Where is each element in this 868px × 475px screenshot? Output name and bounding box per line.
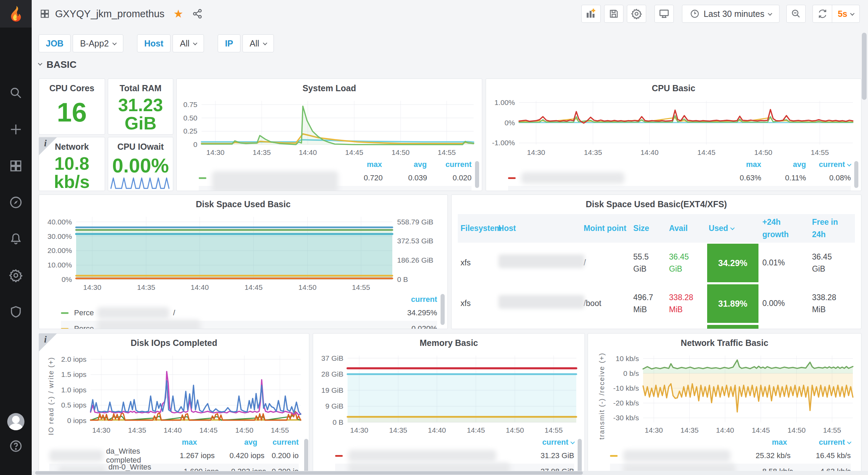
explore-compass-icon[interactable]: [9, 196, 23, 209]
dashboard-settings-gear-icon[interactable]: [627, 5, 646, 23]
legend-row[interactable]: Perce / 34.295%: [61, 305, 437, 321]
legend-sort-current[interactable]: current: [257, 438, 299, 447]
zoom-out-button[interactable]: [786, 5, 806, 23]
legend-sort-avg[interactable]: avg: [761, 160, 806, 169]
col-avail[interactable]: Avail: [666, 220, 706, 237]
create-plus-icon[interactable]: [9, 123, 23, 136]
panel-title: Disk Space Used Basic(EXT4/XFS): [452, 196, 861, 212]
legend-sort-max[interactable]: max: [723, 438, 787, 447]
refresh-button[interactable]: [813, 5, 832, 22]
col-growth[interactable]: +24h growth: [760, 214, 809, 243]
legend-scrollbar[interactable]: [854, 161, 858, 188]
panel-network-traffic[interactable]: Network Traffic Basic transmit (-) /rece…: [588, 333, 861, 475]
panel-system-load[interactable]: System Load 14:3014:3514:4014:4514:5014:…: [176, 78, 482, 191]
legend-max: 0.720: [338, 173, 383, 182]
ip-filter-select[interactable]: All: [242, 34, 274, 52]
disk-iops-chart[interactable]: 14:3014:3514:4014:4514:5014:550 iops0.5 …: [39, 351, 309, 437]
alerting-bell-icon[interactable]: [9, 232, 23, 246]
col-free-24h[interactable]: Free in 24h: [809, 214, 847, 243]
col-host[interactable]: Host: [496, 220, 581, 237]
svg-text:558.79 GiB: 558.79 GiB: [397, 218, 433, 226]
legend-sort-current[interactable]: current: [427, 160, 472, 169]
svg-text:0.75: 0.75: [183, 101, 197, 108]
cpu-basic-chart[interactable]: 14:3014:3514:4014:4514:5014:55-1.00%0%1.…: [486, 96, 861, 159]
panel-info-corner[interactable]: [39, 334, 57, 351]
panel-cpu-cores[interactable]: CPU Cores 16: [39, 78, 105, 135]
disk-space-chart[interactable]: 14:3014:3514:4014:4514:5014:550%10.00%20…: [39, 212, 447, 294]
panel-disk-iops[interactable]: i Disk IOps Completed IO read (-) / writ…: [39, 333, 309, 475]
stat-value: 31.23: [118, 96, 163, 114]
legend-max: 1.267 iops: [165, 451, 215, 460]
col-filesystem[interactable]: Filesystem: [458, 220, 496, 237]
svg-text:14:40: 14:40: [640, 148, 659, 156]
dashboards-icon[interactable]: [9, 159, 23, 173]
legend-row[interactable]: 0.63% 0.11% 0.08%: [508, 170, 851, 186]
horizontal-scrollbar[interactable]: [32, 471, 868, 475]
panel-total-ram[interactable]: Total RAM 31.23 GiB: [108, 78, 173, 135]
legend-sort-current[interactable]: current: [542, 438, 574, 447]
cell-free: 36.45 GiB: [809, 249, 847, 277]
save-dashboard-button[interactable]: [604, 5, 623, 23]
configuration-gear-icon[interactable]: [9, 268, 23, 282]
panel-title: Disk Space Used Basic: [39, 196, 447, 212]
clock-icon: [690, 9, 700, 19]
job-filter-select[interactable]: B-App2: [73, 34, 123, 52]
col-used[interactable]: Used: [706, 220, 760, 237]
panel-cpu-iowait[interactable]: CPU IOwait 0.00%: [108, 137, 173, 191]
tv-mode-button[interactable]: [654, 5, 674, 23]
memory-basic-chart[interactable]: 14:3014:3514:4014:4514:5014:550 B9 GiB19…: [313, 351, 585, 437]
share-icon[interactable]: [192, 9, 203, 19]
row-basic-toggle[interactable]: BASIC: [39, 59, 76, 70]
legend-row[interactable]: 31.23 GiB: [335, 448, 574, 464]
legend-sort-current[interactable]: current: [806, 160, 851, 169]
refresh-interval-select[interactable]: 5s: [832, 9, 859, 19]
y-axis-label: IO read (-) / write (+): [47, 355, 55, 437]
legend-scrollbar[interactable]: [475, 161, 479, 188]
col-size[interactable]: Size: [631, 220, 666, 237]
legend-sort-avg[interactable]: avg: [197, 438, 257, 447]
panel-memory-basic[interactable]: Memory Basic 14:3014:3514:4014:4514:5014…: [313, 333, 585, 475]
legend-row[interactable]: Perce 0.020%: [61, 321, 437, 329]
redacted-series-name: [97, 320, 200, 329]
svg-text:14:30: 14:30: [350, 426, 369, 434]
network-traffic-chart[interactable]: 14:3014:3514:4014:4514:5014:5510 kb/s0 b…: [588, 351, 861, 437]
svg-text:1.5 iops: 1.5 iops: [61, 370, 86, 378]
legend-sort-max[interactable]: max: [716, 160, 761, 169]
search-icon[interactable]: [9, 86, 23, 100]
legend-scrollbar[interactable]: [304, 439, 308, 473]
table-row[interactable]: xfs / 55.5 GiB 36.45 GiB 34.29% 0.01% 36…: [458, 243, 855, 283]
legend-sort-current[interactable]: current: [787, 438, 851, 447]
help-icon[interactable]: [9, 439, 23, 453]
legend-row[interactable]: 10.1.10.177:9100 U 0.46% 0.04% 0.09%: [508, 186, 851, 191]
legend-sort-max[interactable]: max: [137, 438, 197, 447]
table-row[interactable]: xfs /lvdata 499.8 GiB 499.65 GiB 0.02% 0…: [458, 324, 855, 329]
panel-info-corner[interactable]: [39, 137, 57, 155]
legend-sort-max[interactable]: max: [337, 160, 382, 169]
legend-row[interactable]: da_Writes completed 1.267 iops 0.420 iop…: [49, 448, 299, 464]
time-range-picker[interactable]: Last 30 minutes: [682, 5, 780, 23]
legend-sort-avg[interactable]: avg: [382, 160, 427, 169]
time-range-label: Last 30 minutes: [704, 9, 765, 19]
legend-row[interactable]: 25.32 kb/s 16.45 kb/s: [610, 448, 851, 464]
table-row[interactable]: xfs /boot 496.7 MiB 338.28 MiB 31.89% 0.…: [458, 283, 855, 324]
series-dash: [61, 328, 69, 329]
legend-sort-current[interactable]: current: [382, 295, 437, 304]
page-scrollbar[interactable]: [862, 33, 867, 100]
chevron-down-icon: [847, 440, 851, 444]
col-mount[interactable]: Moint point: [581, 220, 630, 237]
legend-scrollbar[interactable]: [578, 439, 582, 473]
server-admin-shield-icon[interactable]: [9, 305, 23, 319]
svg-text:14:35: 14:35: [128, 426, 146, 434]
user-avatar[interactable]: [7, 413, 24, 430]
legend-row[interactable]: 0.720 0.039 0.020: [199, 170, 472, 186]
legend-scrollbar[interactable]: [441, 294, 445, 325]
panel-disk-space-table[interactable]: Disk Space Used Basic(EXT4/XFS) Filesyst…: [451, 194, 861, 329]
panel-cpu-basic[interactable]: CPU Basic 14:3014:3514:4014:4514:5014:55…: [486, 78, 861, 191]
grafana-logo[interactable]: [0, 0, 32, 28]
system-load-chart[interactable]: 14:3014:3514:4014:4514:5014:5500.250.500…: [177, 96, 482, 159]
add-panel-button[interactable]: [581, 5, 601, 23]
panel-network[interactable]: i Network 10.8 kb/s: [39, 137, 105, 191]
host-filter-select[interactable]: All: [173, 34, 204, 52]
panel-disk-space[interactable]: Disk Space Used Basic 14:3014:3514:4014:…: [39, 194, 448, 329]
star-icon[interactable]: ★: [174, 7, 184, 20]
